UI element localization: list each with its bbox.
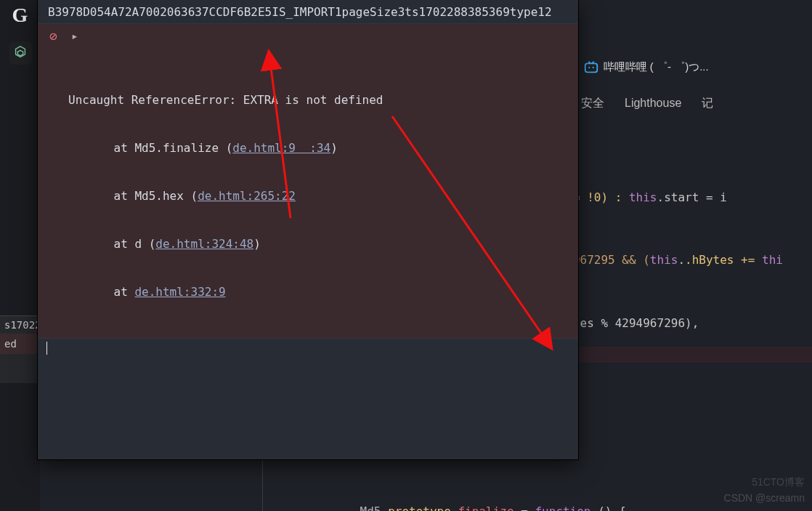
tab-security[interactable]: 安全 — [581, 96, 604, 111]
devtools-tab-bar: 应用 安全 Lighthouse 记 — [537, 90, 812, 116]
browser-left-rail: G — [0, 0, 40, 511]
error-icon: ⊘ — [49, 28, 57, 44]
console-error-block[interactable]: ⊘ ▸ Uncaught ReferenceError: EXTRA is no… — [38, 24, 578, 339]
tab-lighthouse[interactable]: Lighthouse — [625, 97, 681, 110]
console-input[interactable] — [38, 339, 578, 358]
stack-link[interactable]: de.html:324:48 — [155, 237, 253, 251]
stack-link[interactable]: de.html:332:9 — [134, 285, 225, 299]
svg-rect-0 — [585, 63, 597, 72]
tab-memory[interactable]: 记 — [702, 96, 713, 111]
expand-chevron-icon[interactable]: ▸ — [71, 28, 78, 44]
watermark: 51CTO博客 — [752, 476, 805, 489]
bilibili-icon — [583, 59, 599, 75]
svg-point-2 — [592, 67, 593, 68]
bookmark-bilibili[interactable]: 哔哩哔哩 ( ゜- ゜)つ... — [583, 59, 709, 75]
ai-chat-icon[interactable] — [9, 41, 32, 65]
bookmark-label: 哔哩哔哩 ( ゜- ゜)つ... — [604, 60, 709, 74]
stack-link[interactable]: de.html:265:22 — [198, 189, 296, 203]
letter-g-icon: G — [9, 4, 32, 27]
stack-link[interactable]: de.html:9 :34 — [232, 141, 330, 155]
error-message: Uncaught ReferenceError: EXTRA is not de… — [54, 92, 568, 108]
watermark: CSDN @screamn — [724, 492, 805, 504]
console-panel: B3978D054A72A7002063637CCDF6B2E5IS_IMPOR… — [38, 0, 578, 459]
svg-point-1 — [588, 67, 590, 68]
console-output-line: B3978D054A72A7002063637CCDF6B2E5IS_IMPOR… — [38, 0, 578, 24]
